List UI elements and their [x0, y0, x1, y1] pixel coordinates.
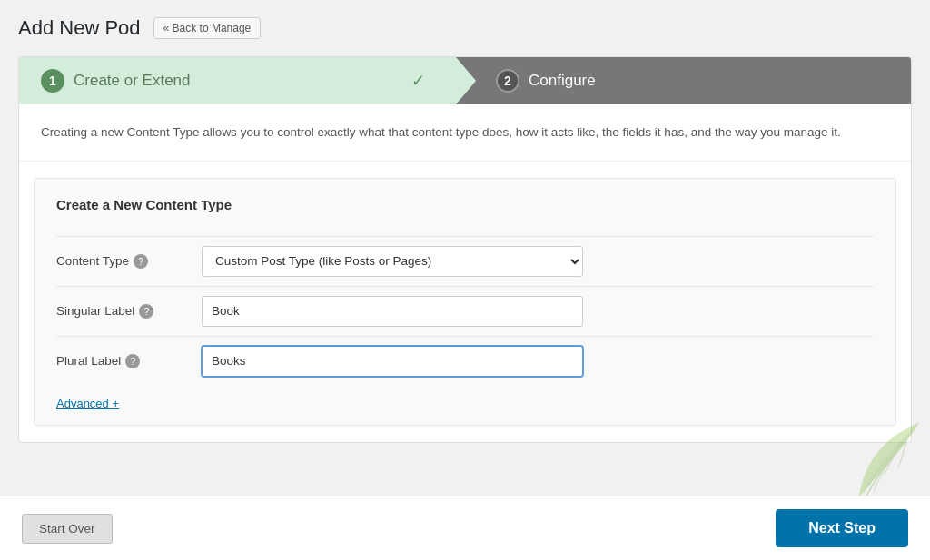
description-text: Creating a new Content Type allows you t…: [41, 123, 889, 142]
step-1-number: 1: [41, 69, 64, 93]
form-section: Create a New Content Type Content Type ?…: [34, 178, 896, 426]
steps-bar: 1 Create or Extend ✓ 2 Configure: [19, 57, 911, 104]
plural-label-control: [202, 346, 583, 377]
advanced-link[interactable]: Advanced +: [56, 397, 119, 410]
start-over-button[interactable]: Start Over: [22, 514, 113, 544]
plural-label-label: Plural Label ?: [56, 354, 202, 368]
form-section-title: Create a New Content Type: [56, 197, 874, 221]
singular-label-label: Singular Label ?: [56, 304, 202, 319]
page-header: Add New Pod Back to Manage: [18, 16, 912, 40]
content-type-control: Custom Post Type (like Posts or Pages) C…: [202, 246, 583, 277]
plural-label-row: Plural Label ?: [56, 336, 874, 386]
step-2-number: 2: [496, 69, 519, 93]
content-type-select[interactable]: Custom Post Type (like Posts or Pages) C…: [202, 246, 583, 277]
content-type-help-icon[interactable]: ?: [134, 254, 148, 269]
step-1-check-icon: ✓: [411, 71, 425, 91]
singular-label-input[interactable]: [202, 296, 583, 327]
step-2: 2 Configure: [456, 57, 911, 104]
page-title: Add New Pod: [18, 16, 141, 40]
step-1: 1 Create or Extend ✓: [19, 57, 456, 104]
footer-bar: Start Over Next Step: [0, 496, 930, 560]
main-card: 1 Create or Extend ✓ 2 Configure Creatin…: [18, 56, 912, 443]
step-1-label: Create or Extend: [74, 72, 191, 90]
plural-label-input[interactable]: [202, 346, 583, 377]
step-2-label: Configure: [529, 72, 596, 90]
back-to-manage-button[interactable]: Back to Manage: [153, 17, 262, 39]
description-section: Creating a new Content Type allows you t…: [19, 104, 911, 162]
singular-label-row: Singular Label ?: [56, 286, 874, 336]
page-wrapper: Add New Pod Back to Manage 1 Create or E…: [0, 0, 930, 560]
next-step-button[interactable]: Next Step: [776, 509, 908, 547]
content-type-row: Content Type ? Custom Post Type (like Po…: [56, 236, 874, 286]
content-type-label: Content Type ?: [56, 254, 202, 269]
singular-label-control: [202, 296, 583, 327]
singular-label-help-icon[interactable]: ?: [139, 304, 153, 319]
plural-label-help-icon[interactable]: ?: [125, 354, 140, 368]
